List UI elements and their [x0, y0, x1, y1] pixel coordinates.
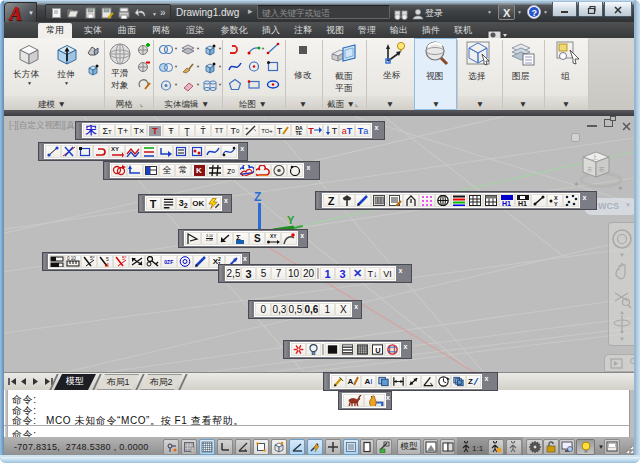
svg-text:XY: XY [270, 233, 277, 239]
svg-text:0 10: 0 10 [67, 256, 76, 261]
svg-text:H1: H1 [502, 200, 511, 207]
svg-text:H: H [105, 262, 109, 268]
svg-text:XY: XY [111, 146, 119, 152]
svg-text:?: ? [532, 8, 538, 18]
svg-text:5°: 5° [90, 255, 95, 261]
svg-text:Y: Y [554, 201, 558, 207]
svg-text:H1: H1 [518, 200, 527, 207]
svg-text:1:1: 1:1 [472, 444, 484, 453]
svg-text:+: + [245, 125, 249, 131]
svg-text:5°: 5° [122, 255, 127, 261]
svg-text:U: U [375, 346, 380, 355]
